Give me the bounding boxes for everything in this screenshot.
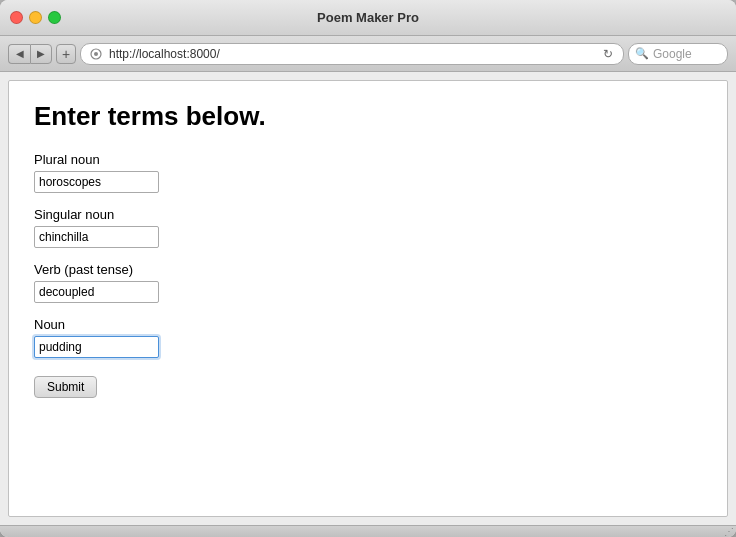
form-group-1: Singular noun [34, 207, 702, 248]
field-label-3: Noun [34, 317, 702, 332]
titlebar: Poem Maker Pro [0, 0, 736, 36]
svg-point-1 [94, 52, 98, 56]
new-tab-button[interactable]: + [56, 44, 76, 64]
forward-button[interactable]: ▶ [30, 44, 52, 64]
search-placeholder: Google [653, 47, 692, 61]
back-button[interactable]: ◀ [8, 44, 30, 64]
field-input-3[interactable] [34, 336, 159, 358]
close-button[interactable] [10, 11, 23, 24]
field-label-1: Singular noun [34, 207, 702, 222]
minimize-button[interactable] [29, 11, 42, 24]
traffic-lights [10, 11, 61, 24]
field-label-2: Verb (past tense) [34, 262, 702, 277]
form-group-0: Plural noun [34, 152, 702, 193]
maximize-button[interactable] [48, 11, 61, 24]
search-bar[interactable]: 🔍 Google [628, 43, 728, 65]
url-bar[interactable]: http://localhost:8000/ ↻ [80, 43, 624, 65]
resize-handle: ⋰ [0, 525, 736, 537]
content-area: Enter terms below. Plural nounSingular n… [8, 80, 728, 517]
form-group-3: Noun [34, 317, 702, 358]
resize-grip-icon: ⋰ [724, 526, 734, 537]
form-group-2: Verb (past tense) [34, 262, 702, 303]
field-label-0: Plural noun [34, 152, 702, 167]
page-heading: Enter terms below. [34, 101, 702, 132]
field-input-1[interactable] [34, 226, 159, 248]
nav-buttons: ◀ ▶ [8, 44, 52, 64]
submit-button[interactable]: Submit [34, 376, 97, 398]
ssl-icon [89, 47, 103, 61]
window-title: Poem Maker Pro [317, 10, 419, 25]
field-input-0[interactable] [34, 171, 159, 193]
app-window: Poem Maker Pro ◀ ▶ + http://localhost:80… [0, 0, 736, 537]
search-icon: 🔍 [635, 47, 649, 60]
field-input-2[interactable] [34, 281, 159, 303]
toolbar: ◀ ▶ + http://localhost:8000/ ↻ 🔍 Google [0, 36, 736, 72]
refresh-button[interactable]: ↻ [601, 47, 615, 61]
form-fields: Plural nounSingular nounVerb (past tense… [34, 152, 702, 358]
url-text: http://localhost:8000/ [109, 47, 595, 61]
